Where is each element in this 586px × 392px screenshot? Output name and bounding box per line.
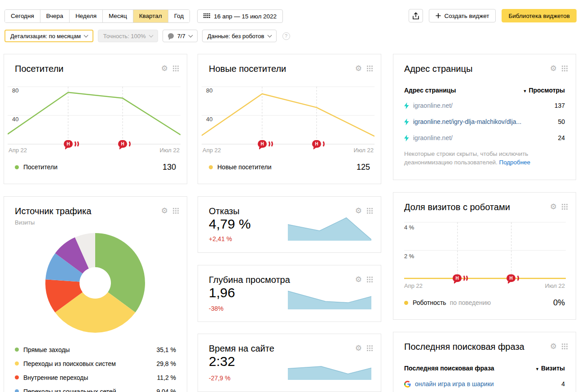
drag-handle-icon[interactable] xyxy=(367,345,373,351)
widget-last-search-phrase: Последняя поисковая фраза ⚙ Последняя по… xyxy=(393,332,576,392)
widget-depth: Глубина просмотра ⚙ 1,96 -38% xyxy=(198,265,381,322)
search-phrase-link[interactable]: онлайн игра игра в шарики xyxy=(415,380,494,388)
views-count: 137 xyxy=(555,102,565,109)
time-sparkline xyxy=(288,359,371,380)
filters-bar: Детализация: по месяцам Точность: 100% 7… xyxy=(4,30,290,42)
legend-total: 0% xyxy=(553,298,565,308)
accuracy-dropdown[interactable]: Точность: 100% xyxy=(98,30,158,42)
gear-icon[interactable]: ⚙ xyxy=(355,65,362,72)
comment-bubble-icon xyxy=(168,33,174,39)
traffic-donut-chart xyxy=(32,220,158,346)
gear-icon[interactable]: ⚙ xyxy=(355,344,362,352)
news-marker-badge[interactable]: Н xyxy=(507,274,523,285)
table-row: igraonline.net/igry-dlja-malchikov/dlja.… xyxy=(404,116,565,127)
drag-handle-icon[interactable] xyxy=(173,66,179,71)
chart-legend: Новые посетители 125 xyxy=(209,161,370,173)
period-month[interactable]: Месяц xyxy=(103,10,133,22)
sort-column-header[interactable]: ▼Просмотры xyxy=(523,87,565,94)
widget-title: Последняя поисковая фраза xyxy=(404,342,524,352)
gear-icon[interactable]: ⚙ xyxy=(355,276,362,283)
metric-value: 4,79 % xyxy=(209,216,251,232)
widget-title: Новые посетители xyxy=(209,64,286,74)
toolbar-right: Создать виджет Библиотека виджетов xyxy=(409,9,577,22)
widget-title: Посетители xyxy=(15,64,64,74)
widget-new-visitors: Новые посетители ⚙ 80 40 Н Н Апр 22Июл 2… xyxy=(198,54,381,184)
page-url-link[interactable]: igraonline.net/ xyxy=(413,134,453,141)
chevron-down-icon xyxy=(267,33,272,37)
news-marker-badge[interactable]: Н xyxy=(64,140,80,151)
turbo-bolt-icon xyxy=(404,119,409,125)
create-widget-button[interactable]: Создать виджет xyxy=(429,9,496,22)
widget-title: Время на сайте xyxy=(209,344,274,354)
detalization-dropdown[interactable]: Детализация: по месяцам xyxy=(4,30,93,42)
news-marker-badge[interactable]: Н xyxy=(312,140,328,151)
period-today[interactable]: Сегодня xyxy=(5,10,40,22)
drag-handle-icon[interactable] xyxy=(562,66,568,71)
page-url-link[interactable]: igraonline.net/igry-dlja-malchikov/dlja.… xyxy=(413,118,521,125)
data-mode-label: Данные: без роботов xyxy=(207,33,264,40)
views-count: 50 xyxy=(558,118,565,125)
google-icon xyxy=(404,381,411,388)
gear-icon[interactable]: ⚙ xyxy=(550,65,557,72)
gear-icon[interactable]: ⚙ xyxy=(161,207,168,215)
pie-legend: Прямые заходы 35,1 % Переходы из поисков… xyxy=(15,343,176,392)
drag-handle-icon[interactable] xyxy=(367,208,373,214)
date-range-button[interactable]: 16 апр — 15 июл 2022 xyxy=(197,9,283,23)
gear-icon[interactable]: ⚙ xyxy=(550,343,557,350)
widget-library-button[interactable]: Библиотека виджетов xyxy=(502,9,577,22)
table-header: Адрес страницы ▼Просмотры xyxy=(404,87,565,94)
widget-bounces: Отказы ⚙ 4,79 % +2,41 % xyxy=(198,196,381,253)
period-yesterday[interactable]: Вчера xyxy=(40,10,70,22)
x-axis-labels: Апр 22Июл 22 xyxy=(203,147,374,154)
sort-column-header[interactable]: ▼Визиты xyxy=(535,365,565,372)
metric-value: 2:32 xyxy=(209,354,235,369)
period-week[interactable]: Неделя xyxy=(70,10,103,22)
legend-item: Переходы из поисковых систем 29,8 % xyxy=(15,357,176,370)
chart-legend: Посетители 130 xyxy=(15,161,176,173)
metric-delta: +2,41 % xyxy=(209,235,232,242)
table-row: igraonline.net/ 24 xyxy=(404,132,565,143)
comments-dropdown[interactable]: 7/7 xyxy=(163,30,198,42)
data-mode-dropdown[interactable]: Данные: без роботов xyxy=(202,30,277,42)
drag-handle-icon[interactable] xyxy=(367,277,373,282)
x-axis-labels: Апр 22Июл 22 xyxy=(404,282,565,289)
table-row: igraonline.net/ 137 xyxy=(404,100,565,111)
page-url-link[interactable]: igraonline.net/ xyxy=(413,102,453,109)
widget-subtitle: Визиты xyxy=(15,219,35,226)
news-marker-badge[interactable]: Н xyxy=(453,274,469,285)
legend-dot xyxy=(15,361,19,366)
widget-robots-share: Доля визитов с роботами ⚙ 4 % 2 % Н Н Ап… xyxy=(393,192,576,320)
visitors-line-chart xyxy=(8,86,181,145)
table-row: онлайн игра игра в шарики 4 xyxy=(404,379,565,389)
bounces-sparkline xyxy=(288,217,371,241)
more-link[interactable]: Подробнее xyxy=(499,159,530,166)
widget-title: Доля визитов с роботами xyxy=(404,202,510,212)
metric-delta: -38% xyxy=(209,305,224,312)
drag-handle-icon[interactable] xyxy=(562,204,568,210)
widget-title: Источник трафика xyxy=(15,206,91,216)
news-marker-badge[interactable]: Н xyxy=(118,140,134,151)
gear-icon[interactable]: ⚙ xyxy=(550,203,557,211)
gear-icon[interactable]: ⚙ xyxy=(161,65,168,72)
widget-title: Глубина просмотра xyxy=(209,275,290,285)
depth-sparkline xyxy=(288,290,371,309)
help-icon[interactable]: ? xyxy=(282,32,290,40)
period-year[interactable]: Год xyxy=(168,10,190,22)
drag-handle-icon[interactable] xyxy=(173,208,179,214)
gear-icon[interactable]: ⚙ xyxy=(355,207,362,215)
period-quarter[interactable]: Квартал xyxy=(133,10,168,22)
widget-page-url: Адрес страницы ⚙ Адрес страницы ▼Просмот… xyxy=(393,54,576,180)
widget-visitors: Посетители ⚙ 80 40 Н Н Апр 22Июл 22 Посе… xyxy=(4,54,187,184)
drag-handle-icon[interactable] xyxy=(367,66,373,71)
privacy-note: Некоторые строки скрыты, чтобы исключить… xyxy=(404,150,558,167)
toolbar: Сегодня Вчера Неделя Месяц Квартал Год 1… xyxy=(4,9,283,23)
metric-delta: -27,9 % xyxy=(209,374,230,382)
plus-icon xyxy=(436,13,441,18)
sort-desc-icon: ▼ xyxy=(535,367,539,371)
legend-total: 125 xyxy=(357,163,370,172)
period-selector: Сегодня Вчера Неделя Месяц Квартал Год xyxy=(4,9,190,23)
visits-count: 4 xyxy=(561,380,565,388)
share-button[interactable] xyxy=(409,9,423,22)
drag-handle-icon[interactable] xyxy=(562,344,568,349)
news-marker-badge[interactable]: Н xyxy=(258,140,274,151)
